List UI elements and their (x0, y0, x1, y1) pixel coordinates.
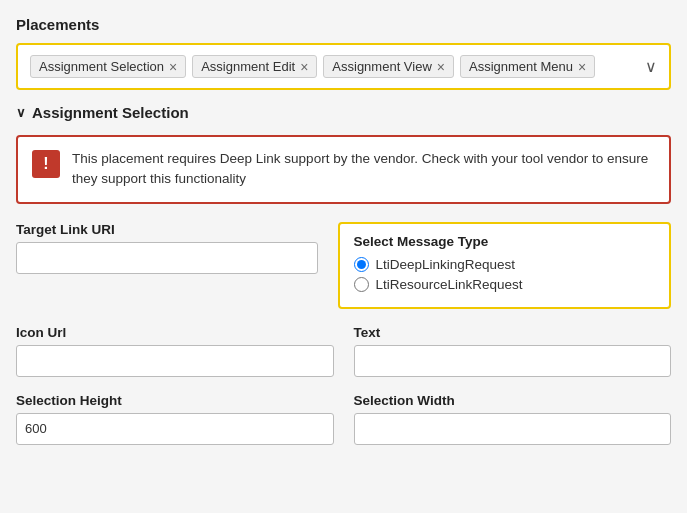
icon-url-input[interactable] (16, 345, 334, 377)
target-link-uri-input[interactable] (16, 242, 318, 274)
placements-box: Assignment Selection × Assignment Edit ×… (16, 43, 671, 90)
form-row-height-width: Selection Height Selection Width (16, 393, 671, 445)
radio-resource-link-label: LtiResourceLinkRequest (376, 277, 523, 292)
radio-deep-linking[interactable] (354, 257, 369, 272)
chevron-down-icon[interactable]: ∨ (645, 57, 657, 76)
select-message-type-box: Select Message Type LtiDeepLinkingReques… (338, 222, 672, 309)
placements-section: Placements Assignment Selection × Assign… (16, 16, 671, 90)
text-input[interactable] (354, 345, 672, 377)
selection-width-label: Selection Width (354, 393, 672, 408)
tag-remove-assignment-edit[interactable]: × (300, 60, 308, 74)
select-message-type-label: Select Message Type (354, 234, 656, 249)
tag-remove-assignment-view[interactable]: × (437, 60, 445, 74)
assignment-selection-header: ∨ Assignment Selection (16, 104, 671, 121)
form-group-icon-url: Icon Url (16, 325, 334, 377)
placements-tags: Assignment Selection × Assignment Edit ×… (30, 55, 637, 78)
assignment-selection-title: Assignment Selection (32, 104, 189, 121)
alert-icon: ! (32, 150, 60, 178)
tag-remove-assignment-menu[interactable]: × (578, 60, 586, 74)
tag-assignment-menu[interactable]: Assignment Menu × (460, 55, 595, 78)
tag-remove-assignment-selection[interactable]: × (169, 60, 177, 74)
form-group-target-link-uri: Target Link URI (16, 222, 318, 274)
selection-height-input[interactable] (16, 413, 334, 445)
tag-label: Assignment Edit (201, 59, 295, 74)
form-group-selection-height: Selection Height (16, 393, 334, 445)
selection-width-input[interactable] (354, 413, 672, 445)
text-label: Text (354, 325, 672, 340)
tag-assignment-selection[interactable]: Assignment Selection × (30, 55, 186, 78)
radio-option-deep-linking[interactable]: LtiDeepLinkingRequest (354, 257, 656, 272)
alert-box: ! This placement requires Deep Link supp… (16, 135, 671, 204)
form-group-selection-width: Selection Width (354, 393, 672, 445)
target-link-uri-label: Target Link URI (16, 222, 318, 237)
tag-label: Assignment Menu (469, 59, 573, 74)
tag-assignment-edit[interactable]: Assignment Edit × (192, 55, 317, 78)
alert-text: This placement requires Deep Link suppor… (72, 149, 655, 190)
radio-deep-linking-label: LtiDeepLinkingRequest (376, 257, 516, 272)
tag-label: Assignment View (332, 59, 431, 74)
chevron-icon[interactable]: ∨ (16, 105, 26, 120)
radio-resource-link[interactable] (354, 277, 369, 292)
placements-title: Placements (16, 16, 671, 33)
tag-label: Assignment Selection (39, 59, 164, 74)
form-row-link-message: Target Link URI Select Message Type LtiD… (16, 222, 671, 309)
radio-option-resource-link[interactable]: LtiResourceLinkRequest (354, 277, 656, 292)
form-row-icon-text: Icon Url Text (16, 325, 671, 377)
icon-url-label: Icon Url (16, 325, 334, 340)
selection-height-label: Selection Height (16, 393, 334, 408)
tag-assignment-view[interactable]: Assignment View × (323, 55, 454, 78)
form-group-text: Text (354, 325, 672, 377)
